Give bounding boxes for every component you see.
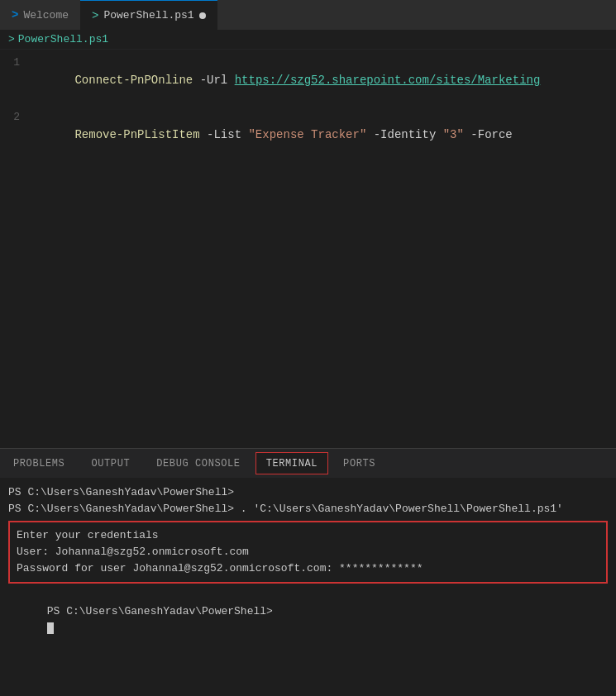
panel-tabs: PROBLEMS OUTPUT DEBUG CONSOLE TERMINAL P… — [0, 448, 616, 478]
line-content-1: Connect-PnPOnline -Url https://szg52.sha… — [33, 53, 540, 107]
breadcrumb: > PowerShell.ps1 — [0, 30, 616, 50]
code-url: https://szg52.sharepoint.com/sites/Marke… — [235, 74, 541, 87]
editor-line-2: 2 Remove-PnPListItem -List "Expense Trac… — [0, 107, 616, 162]
credential-line-1: Enter your credentials — [17, 527, 599, 544]
line-number-2: 2 — [8, 108, 33, 126]
tab-modified-dot — [199, 12, 206, 19]
tab-powershell-label: PowerShell.ps1 — [103, 9, 193, 21]
terminal-line-2: PS C:\Users\GaneshYadav\PowerShell> . 'C… — [8, 501, 608, 517]
line-content-2: Remove-PnPListItem -List "Expense Tracke… — [33, 107, 513, 162]
credential-line-2: User: Johannal@szg52.onmicrosoft.com — [17, 544, 599, 560]
tab-welcome[interactable]: > Welcome — [0, 0, 80, 30]
credential-box: Enter your credentials User: Johannal@sz… — [8, 521, 608, 584]
tab-welcome-label: Welcome — [23, 9, 69, 21]
terminal-line-final: PS C:\Users\GaneshYadav\PowerShell> — [8, 587, 608, 653]
breadcrumb-icon: > — [8, 33, 15, 45]
tab-powershell[interactable]: > PowerShell.ps1 — [80, 0, 217, 30]
tab-output[interactable]: OUTPUT — [78, 449, 143, 478]
tab-terminal[interactable]: TERMINAL — [255, 452, 328, 474]
code-string-list: "Expense Tracker" — [248, 128, 366, 141]
tab-problems[interactable]: PROBLEMS — [0, 449, 78, 478]
vscode-icon: > — [12, 8, 18, 21]
powershell-icon: > — [92, 9, 98, 22]
tab-debug-console[interactable]: DEBUG CONSOLE — [143, 449, 253, 478]
terminal-content[interactable]: PS C:\Users\GaneshYadav\PowerShell> PS C… — [0, 478, 616, 696]
terminal-cursor — [47, 622, 54, 634]
code-cmd-connect: Connect-PnPOnline — [74, 74, 193, 87]
terminal-line-1: PS C:\Users\GaneshYadav\PowerShell> — [8, 484, 608, 501]
credential-line-3: Password for user Johannal@szg52.onmicro… — [17, 560, 599, 577]
terminal-panel: PROBLEMS OUTPUT DEBUG CONSOLE TERMINAL P… — [0, 448, 616, 696]
code-string-identity: "3" — [443, 128, 464, 141]
code-cmd-remove: Remove-PnPListItem — [74, 128, 199, 141]
breadcrumb-label: PowerShell.ps1 — [18, 33, 108, 45]
editor[interactable]: 1 Connect-PnPOnline -Url https://szg52.s… — [0, 50, 616, 448]
line-number-1: 1 — [8, 54, 33, 72]
tab-ports[interactable]: PORTS — [330, 449, 389, 478]
tab-bar: > Welcome > PowerShell.ps1 — [0, 0, 616, 30]
editor-line-1: 1 Connect-PnPOnline -Url https://szg52.s… — [0, 53, 616, 107]
